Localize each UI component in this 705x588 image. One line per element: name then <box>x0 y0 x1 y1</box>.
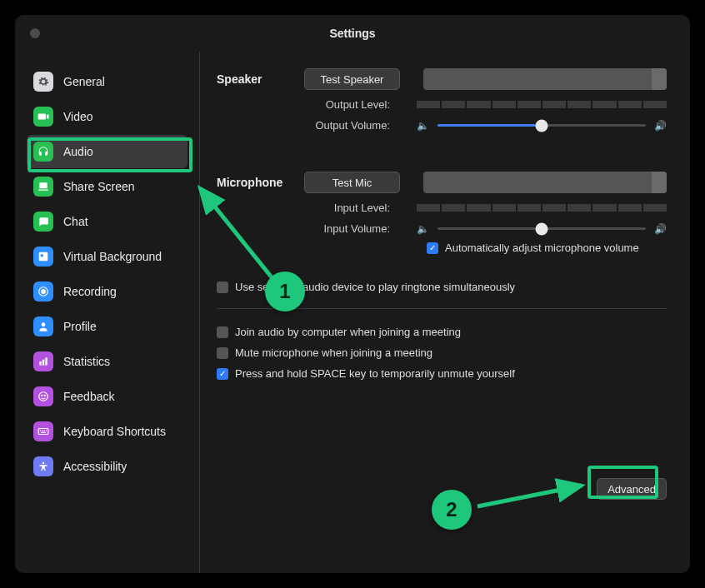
svg-rect-7 <box>45 357 47 365</box>
svg-rect-14 <box>44 430 45 431</box>
input-volume-slider[interactable] <box>438 227 646 230</box>
auto-adjust-label: Automatically adjust microphone volume <box>445 242 639 254</box>
sidebar-item-label: Feedback <box>63 390 114 403</box>
sidebar-item-share-screen[interactable]: Share Screen <box>27 170 188 203</box>
microphone-row: Microphone Test Mic ▴▾ <box>217 172 667 193</box>
share-icon <box>33 177 53 197</box>
sidebar-item-label: Virtual Background <box>63 250 162 263</box>
volume-low-icon: 🔈 <box>417 120 429 132</box>
sidebar-item-label: Audio <box>63 145 93 158</box>
volume-high-icon: 🔊 <box>654 223 667 235</box>
sidebar-item-accessibility[interactable]: Accessibility <box>27 450 188 483</box>
volume-low-icon: 🔈 <box>417 223 429 235</box>
smile-icon <box>33 386 53 406</box>
output-volume-row: Output Volume: 🔈 🔊 <box>217 119 667 132</box>
sidebar-item-video[interactable]: Video <box>27 100 188 133</box>
sidebar-item-label: Profile <box>63 320 97 333</box>
vb-icon <box>33 247 53 267</box>
mute-on-join-label: Mute microphone when joining a meeting <box>235 346 432 359</box>
svg-point-1 <box>41 254 44 257</box>
svg-rect-15 <box>46 430 47 431</box>
sidebar-item-chat[interactable]: Chat <box>27 205 188 238</box>
sidebar-item-feedback[interactable]: Feedback <box>27 380 188 413</box>
window-body: GeneralVideoAudioShare ScreenChatVirtual… <box>15 52 690 573</box>
close-button[interactable] <box>30 28 40 38</box>
space-unmute-label: Press and hold SPACE key to temporarily … <box>235 367 515 380</box>
mic-device-select[interactable]: ▴▾ <box>423 172 667 193</box>
window-controls <box>30 28 40 38</box>
svg-rect-12 <box>40 430 41 431</box>
gear-icon <box>33 72 53 92</box>
output-level-meter <box>417 101 667 108</box>
sidebar-item-label: General <box>63 75 105 88</box>
headset-icon <box>33 142 53 162</box>
sidebar-item-label: Share Screen <box>63 180 135 193</box>
titlebar: Settings <box>15 15 690 52</box>
svg-point-4 <box>42 322 46 326</box>
chat-icon <box>33 212 53 232</box>
test-speaker-button[interactable]: Test Speaker <box>304 68 400 90</box>
output-level-row: Output Level: <box>217 98 667 111</box>
profile-icon <box>33 316 53 336</box>
rec-icon <box>33 282 53 301</box>
mute-on-join-check[interactable]: Mute microphone when joining a meeting <box>217 346 667 359</box>
advanced-button[interactable]: Advanced <box>597 478 667 500</box>
sidebar-item-general[interactable]: General <box>27 65 188 98</box>
speaker-row: Speaker Test Speaker ▴▾ <box>217 68 667 90</box>
microphone-label: Microphone <box>217 176 304 189</box>
auto-adjust-check[interactable]: ✓ Automatically adjust microphone volume <box>427 242 667 254</box>
input-level-label: Input Level: <box>217 202 400 214</box>
keyboard-icon <box>33 421 53 441</box>
separate-audio-check[interactable]: Use separate audio device to play ringto… <box>217 281 667 293</box>
space-unmute-check[interactable]: ✓ Press and hold SPACE key to temporaril… <box>217 367 667 380</box>
content-audio: Speaker Test Speaker ▴▾ Output Level: Ou… <box>200 52 690 573</box>
sidebar-item-audio[interactable]: Audio <box>27 135 188 168</box>
join-audio-label: Join audio by computer when joining a me… <box>235 326 461 338</box>
divider <box>217 308 667 309</box>
stats-icon <box>33 351 53 371</box>
sidebar-item-virtual-background[interactable]: Virtual Background <box>27 240 188 273</box>
svg-point-10 <box>44 395 45 396</box>
output-level-label: Output Level: <box>217 98 400 111</box>
input-volume-label: Input Volume: <box>217 222 400 235</box>
settings-window: Settings GeneralVideoAudioShare ScreenCh… <box>15 15 690 573</box>
svg-rect-5 <box>39 361 41 366</box>
svg-rect-13 <box>42 430 42 431</box>
test-mic-button[interactable]: Test Mic <box>304 172 400 193</box>
speaker-label: Speaker <box>217 72 304 86</box>
input-volume-row: Input Volume: 🔈 🔊 <box>217 222 667 235</box>
output-volume-label: Output Volume: <box>217 119 400 132</box>
svg-point-17 <box>42 462 44 464</box>
svg-rect-6 <box>42 360 44 366</box>
input-level-meter <box>417 204 667 212</box>
separate-audio-label: Use separate audio device to play ringto… <box>235 281 515 293</box>
svg-rect-16 <box>41 432 46 433</box>
speaker-device-select[interactable]: ▴▾ <box>423 68 667 90</box>
video-icon <box>33 107 53 127</box>
access-icon <box>33 456 53 476</box>
svg-rect-11 <box>38 429 48 435</box>
svg-point-8 <box>39 392 48 401</box>
svg-point-9 <box>42 395 42 396</box>
sidebar-item-label: Chat <box>63 215 88 228</box>
sidebar-item-profile[interactable]: Profile <box>27 310 188 343</box>
sidebar-item-label: Statistics <box>63 355 110 368</box>
sidebar-item-label: Keyboard Shortcuts <box>63 425 166 438</box>
output-volume-slider[interactable] <box>438 124 646 127</box>
sidebar-item-label: Video <box>63 110 93 123</box>
volume-high-icon: 🔊 <box>654 120 667 132</box>
sidebar-item-statistics[interactable]: Statistics <box>27 345 188 378</box>
sidebar-item-recording[interactable]: Recording <box>27 275 188 308</box>
sidebar-item-label: Recording <box>63 285 117 298</box>
svg-rect-0 <box>39 252 48 262</box>
svg-point-3 <box>42 290 46 294</box>
input-level-row: Input Level: <box>217 202 667 214</box>
sidebar-item-label: Accessibility <box>63 460 127 473</box>
window-title: Settings <box>15 27 690 40</box>
sidebar-item-keyboard-shortcuts[interactable]: Keyboard Shortcuts <box>27 415 188 448</box>
join-audio-check[interactable]: Join audio by computer when joining a me… <box>217 326 667 338</box>
sidebar: GeneralVideoAudioShare ScreenChatVirtual… <box>15 52 200 573</box>
